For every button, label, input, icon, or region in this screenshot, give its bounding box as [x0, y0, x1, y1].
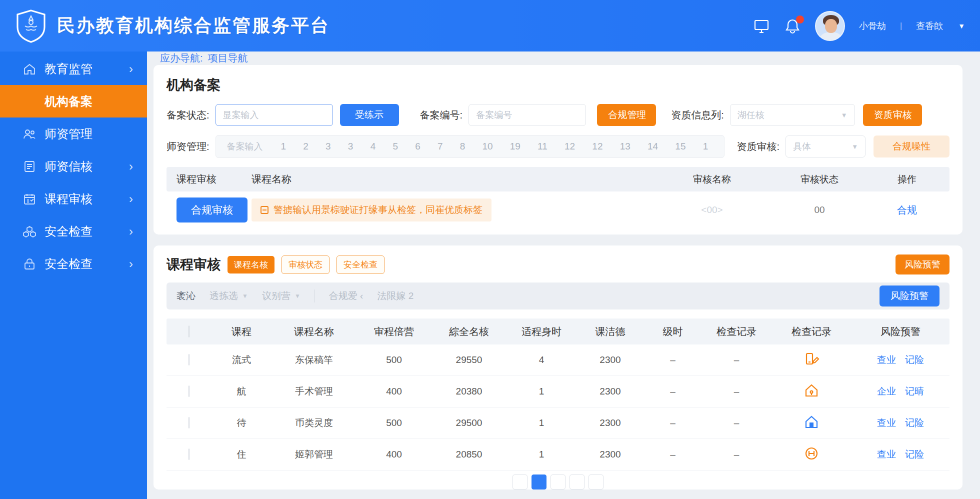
row-checkbox[interactable] — [188, 448, 190, 460]
filter-item-legal[interactable]: 法限嫁 2 — [377, 290, 414, 302]
action-link-2[interactable]: 记晴 — [905, 385, 924, 398]
home-outline-icon[interactable] — [804, 382, 820, 398]
cell-value: 1 — [506, 386, 576, 397]
qualification-select-value: 湖任核 — [738, 109, 764, 121]
course-table: 课程 课程名称 审程倍营 綜全名核 适程身时 课洁德 级时 检查记录 检查记录 … — [166, 318, 950, 470]
mini-col-header: 课程审核 — [176, 172, 252, 186]
bell-icon[interactable] — [784, 18, 801, 34]
chevron-right-icon: › — [129, 258, 133, 270]
sidebar-item-label: 教育监管 — [44, 61, 92, 77]
monitor-icon[interactable] — [753, 18, 770, 34]
compliance-manage-button[interactable]: 合规管理 — [597, 104, 656, 126]
compliance-attr-button[interactable]: 合规噪性 — [874, 136, 950, 158]
number-item[interactable]: 7 — [438, 141, 443, 152]
select-all-checkbox[interactable] — [188, 326, 190, 338]
pagination-prev-button[interactable] — [512, 474, 528, 490]
warning-text: 警掳输认用景棕驶证打缘事从检签，同崔优质标签 — [274, 204, 482, 216]
number-item[interactable]: 12 — [564, 141, 575, 152]
user-name[interactable]: 小骨劫 — [859, 20, 886, 32]
breadcrumb-current[interactable]: 项目导航 — [208, 52, 248, 65]
search-button[interactable]: 受练示 — [340, 104, 399, 126]
number-item[interactable]: 3 — [348, 141, 354, 152]
number-item[interactable]: 4 — [370, 141, 376, 152]
action-link-2[interactable]: 记险 — [905, 416, 924, 430]
cell-value: 1 — [506, 418, 576, 428]
number-item[interactable]: 1 — [281, 141, 286, 152]
sidebar-item-education-supervision[interactable]: 教育监管 › — [0, 52, 147, 85]
number-item[interactable]: 12 — [592, 141, 602, 152]
row-checkbox[interactable] — [188, 354, 190, 366]
number-item[interactable]: 19 — [510, 141, 520, 152]
device-edit-icon[interactable] — [804, 351, 820, 367]
risk-warning-button-top[interactable]: 风险预警 — [896, 254, 950, 274]
home-icon — [23, 62, 36, 76]
filter-dropdown-2[interactable]: 议别营 ▼ — [262, 290, 300, 302]
col-header: 级时 — [644, 325, 702, 338]
action-link-1[interactable]: 查业 — [877, 416, 896, 430]
sidebar-item-teacher-verification[interactable]: 师资信核 › — [0, 150, 147, 182]
filter-dropdown-1[interactable]: 透拣选 ▼ — [210, 290, 248, 302]
table-row: 流式 东保稿竿 500 29550 4 2300 – – 查业 记险 — [166, 344, 950, 376]
mini-col-header: 操作 — [874, 173, 940, 186]
tag-course-name[interactable]: 课程名核 — [228, 256, 274, 274]
action-link-1[interactable]: 查业 — [877, 354, 896, 366]
circle-h-icon[interactable] — [804, 446, 820, 462]
action-link-1[interactable]: 查业 — [877, 448, 896, 461]
chevron-down-icon: ▼ — [841, 112, 848, 119]
action-link-1[interactable]: 企业 — [877, 385, 896, 398]
warning-banner: 警掳输认用景棕驶证打缘事从检签，同崔优质标签 — [252, 198, 492, 222]
compliance-link[interactable]: 合规 — [874, 204, 940, 217]
breadcrumb-prefix[interactable]: 应办导航: — [160, 52, 203, 65]
avatar[interactable] — [815, 11, 845, 41]
number-item[interactable]: 15 — [675, 141, 686, 152]
number-item[interactable]: 8 — [460, 141, 466, 152]
user-role[interactable]: 查香欴 — [916, 20, 943, 32]
number-item[interactable]: 5 — [392, 141, 398, 152]
sidebar-item-course-audit[interactable]: 课程审核 › — [0, 182, 147, 215]
sidebar-item-institution-filing[interactable]: 机构备案 — [0, 85, 147, 118]
pagination-page-button[interactable] — [570, 474, 584, 490]
audit-name-value: <00> — [660, 204, 764, 216]
pagination — [166, 474, 950, 490]
pagination-next-button[interactable] — [588, 474, 604, 490]
chevron-down-icon[interactable]: ▼ — [958, 22, 965, 30]
cell-value: 20380 — [432, 386, 506, 397]
filter-bar: 袤沁 透拣选 ▼ 议别营 ▼ 合规爱 ‹ 法限嫁 2 风险预警 — [166, 282, 950, 310]
col-header: 风险预警 — [852, 325, 950, 338]
number-item[interactable]: 11 — [538, 141, 548, 152]
home-filled-icon[interactable] — [804, 414, 820, 430]
number-item[interactable]: 14 — [648, 141, 658, 152]
tag-audit-status[interactable]: 审核状态 — [282, 256, 330, 274]
action-link-2[interactable]: 记险 — [905, 448, 924, 461]
qualification-audit-button[interactable]: 资质审核 — [863, 104, 922, 126]
pagination-page-button[interactable] — [532, 474, 546, 490]
status-input[interactable] — [216, 104, 333, 126]
number-item[interactable]: 2 — [303, 141, 308, 152]
row-checkbox[interactable] — [188, 386, 190, 397]
filing-number-input[interactable] — [468, 104, 586, 126]
pagination-page-button[interactable] — [550, 474, 566, 490]
action-link-2[interactable]: 记险 — [905, 354, 924, 366]
sidebar-item-teacher-management[interactable]: 师资管理 — [0, 118, 147, 150]
number-item[interactable]: 1 — [703, 141, 708, 152]
col-header: 课洁德 — [576, 325, 644, 338]
sidebar-item-safety-inspection-2[interactable]: 安全检查 › — [0, 248, 147, 280]
sidebar-item-safety-inspection-1[interactable]: 安全检查 › — [0, 215, 147, 248]
filter-item-compliance[interactable]: 合规爱 ‹ — [329, 290, 364, 302]
risk-warning-button-filter[interactable]: 风险预警 — [880, 286, 940, 306]
compliance-audit-button[interactable]: 合规审核 — [176, 198, 248, 222]
filter-label[interactable]: 袤沁 — [176, 290, 196, 302]
audit-select[interactable]: 具体 ▼ — [786, 136, 866, 158]
number-item[interactable]: 6 — [415, 141, 420, 152]
calendar-icon — [23, 192, 36, 206]
number-item[interactable]: 13 — [620, 141, 630, 152]
filter-divider — [314, 290, 315, 302]
row-checkbox[interactable] — [188, 417, 190, 428]
number-item[interactable]: 3 — [326, 141, 331, 152]
mini-col-header: 课程名称 — [252, 172, 660, 186]
sidebar: 教育监管 › 机构备案 师资管理 师资信核 › 课程审核 › — [0, 52, 147, 499]
qualification-select[interactable]: 湖任核 ▼ — [730, 104, 855, 126]
number-item[interactable]: 10 — [482, 141, 492, 152]
teacher-pagination-field[interactable]: 备案输入 1 2 3 3 4 5 6 7 8 10 19 11 1 — [216, 135, 725, 158]
tag-safety-check[interactable]: 安全检查 — [336, 256, 384, 274]
